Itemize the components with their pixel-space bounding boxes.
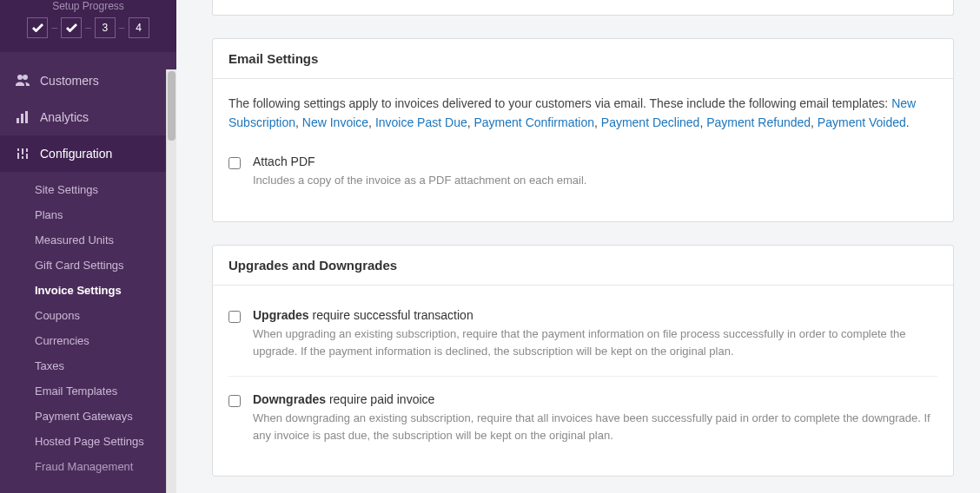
email-settings-card: Email Settings The following settings ap…: [212, 38, 954, 222]
subnav-measured-units[interactable]: Measured Units: [0, 227, 176, 253]
nav-label: Customers: [40, 74, 99, 88]
link-payment-refunded[interactable]: Payment Refunded: [706, 115, 811, 129]
setup-step-4[interactable]: 4: [129, 17, 149, 38]
nav-customers[interactable]: Customers: [0, 62, 176, 99]
subnav: Site Settings Plans Measured Units Gift …: [0, 172, 176, 484]
setup-title: Setup Progress: [12, 0, 164, 17]
attach-pdf-help: Includes a copy of the invoice as a PDF …: [253, 172, 937, 189]
upgrades-label: Upgrades require successful transaction: [253, 308, 937, 322]
nav-analytics[interactable]: Analytics: [0, 99, 176, 135]
desc-text: The following settings apply to invoices…: [228, 96, 891, 110]
link-payment-declined[interactable]: Payment Declined: [601, 115, 700, 129]
downgrades-help: When downgrading an existing subscriptio…: [253, 410, 937, 444]
email-description: The following settings apply to invoices…: [228, 95, 937, 132]
upgrades-checkbox[interactable]: [228, 311, 241, 323]
subnav-site-settings[interactable]: Site Settings: [0, 177, 176, 202]
main-content: Email Settings The following settings ap…: [186, 0, 980, 493]
sidebar: Setup Progress – – 3 – 4 Customers Analy…: [0, 0, 176, 493]
setup-step-3[interactable]: 3: [95, 17, 116, 38]
setup-step-1[interactable]: [27, 17, 48, 38]
sliders-icon: [16, 147, 30, 161]
downgrades-checkbox[interactable]: [228, 395, 241, 407]
setup-step-2[interactable]: [61, 17, 82, 38]
bar-chart-icon: [16, 110, 30, 124]
subnav-hosted-page-settings[interactable]: Hosted Page Settings: [0, 429, 176, 454]
setup-steps: – – 3 – 4: [12, 17, 164, 38]
card-header-updown: Upgrades and Downgrades: [213, 246, 953, 286]
link-payment-voided[interactable]: Payment Voided: [818, 115, 906, 129]
subnav-coupons[interactable]: Coupons: [0, 303, 176, 328]
card-header-email: Email Settings: [213, 39, 953, 79]
step-separator: –: [51, 22, 57, 34]
nav-configuration[interactable]: Configuration: [0, 135, 176, 172]
attach-pdf-option: Attach PDF Includes a copy of the invoic…: [228, 148, 937, 205]
subnav-currencies[interactable]: Currencies: [0, 328, 176, 353]
downgrades-label: Downgrades require paid invoice: [253, 392, 937, 406]
upgrades-help: When upgrading an existing subscription,…: [253, 325, 937, 360]
subnav-email-templates[interactable]: Email Templates: [0, 378, 176, 404]
attach-pdf-checkbox[interactable]: [228, 157, 241, 169]
step-separator: –: [119, 22, 125, 34]
subnav-plans[interactable]: Plans: [0, 202, 176, 227]
scrollbar-thumb[interactable]: [168, 71, 175, 141]
link-invoice-past-due[interactable]: Invoice Past Due: [375, 115, 467, 129]
subnav-fraud-management[interactable]: Fraud Management: [0, 454, 176, 479]
attach-pdf-label: Attach PDF: [253, 154, 937, 168]
upgrades-option: Upgrades require successful transaction …: [228, 301, 937, 376]
upgrades-downgrades-card: Upgrades and Downgrades Upgrades require…: [212, 245, 954, 477]
subnav-gift-card-settings[interactable]: Gift Card Settings: [0, 253, 176, 278]
nav-label: Configuration: [40, 147, 112, 161]
step-separator: –: [85, 22, 91, 34]
downgrades-option: Downgrades require paid invoice When dow…: [228, 376, 937, 460]
link-payment-confirmation[interactable]: Payment Confirmation: [474, 115, 595, 129]
subnav-invoice-settings[interactable]: Invoice Settings: [0, 278, 176, 303]
previous-card-stub: [212, 0, 954, 16]
subnav-taxes[interactable]: Taxes: [0, 353, 176, 378]
users-icon: [16, 74, 30, 88]
nav-label: Analytics: [40, 110, 89, 124]
setup-progress: Setup Progress – – 3 – 4: [0, 0, 176, 52]
subnav-payment-gateways[interactable]: Payment Gateways: [0, 404, 176, 429]
link-new-invoice[interactable]: New Invoice: [302, 115, 368, 129]
